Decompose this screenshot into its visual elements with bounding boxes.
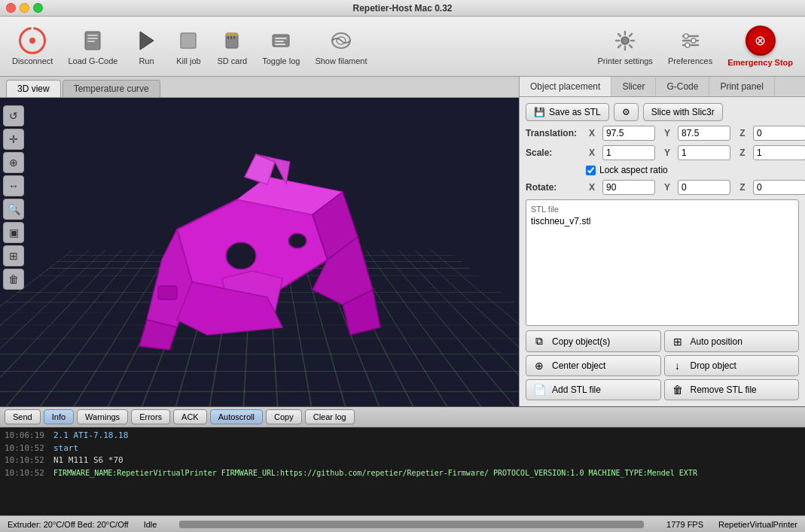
fps-status: 1779 FPS bbox=[666, 520, 703, 529]
disconnect-icon bbox=[19, 27, 46, 54]
svg-point-17 bbox=[621, 37, 629, 44]
svg-rect-12 bbox=[275, 38, 287, 39]
tab-gcode[interactable]: G-Code bbox=[656, 77, 709, 96]
emergency-stop-label: Emergency Stop bbox=[727, 58, 793, 67]
rotate-label: Rotate: bbox=[526, 182, 580, 193]
translation-y-input[interactable] bbox=[678, 126, 730, 141]
center-object-button[interactable]: ⊕ Center object bbox=[526, 355, 661, 376]
printer-settings-button[interactable]: Printer settings bbox=[592, 24, 659, 68]
auto-position-button[interactable]: ⊞ Auto position bbox=[664, 330, 800, 352]
viewport-canvas[interactable] bbox=[0, 98, 519, 406]
progress-bar bbox=[179, 521, 644, 528]
log-toolbar: Send Info Warnings Errors ACK Autoscroll… bbox=[0, 407, 805, 427]
zoom-in-button[interactable]: 🔍 bbox=[3, 199, 24, 220]
scale-z-input[interactable] bbox=[753, 145, 805, 160]
status-bar: Extruder: 20°C/Off Bed: 20°C/Off Idle 17… bbox=[0, 515, 805, 532]
rotate-y-input[interactable] bbox=[678, 180, 730, 195]
maximize-button[interactable] bbox=[33, 3, 43, 13]
sz-label: Z bbox=[735, 147, 750, 158]
move-tool-button[interactable]: ✛ bbox=[3, 129, 24, 150]
stl-file-name: tischneu_v7.stl bbox=[531, 216, 794, 226]
main-content: 3D view Temperature curve ↺ ✛ ⊕ ↔ 🔍 ▣ ⊞ … bbox=[0, 77, 805, 406]
tab-temp-curve[interactable]: Temperature curve bbox=[63, 80, 160, 97]
clear-log-button[interactable]: Clear log bbox=[305, 409, 355, 424]
remove-stl-button[interactable]: 🗑 Remove STL file bbox=[664, 379, 800, 400]
scale-y-input[interactable] bbox=[678, 145, 730, 160]
frame-button[interactable]: ▣ bbox=[3, 222, 24, 243]
log-time-4: 10:10:52 bbox=[5, 467, 46, 480]
rotate-x-group: X bbox=[584, 180, 655, 195]
stl-file-label: STL file bbox=[531, 205, 794, 214]
load-gcode-button[interactable]: Load G-Code bbox=[62, 24, 123, 68]
printer-settings-label: Printer settings bbox=[598, 56, 653, 65]
rotate-row: Rotate: X Y Z bbox=[526, 180, 799, 195]
log-time-2: 10:10:52 bbox=[5, 442, 46, 455]
emergency-stop-button[interactable]: ⊗ Emergency Stop bbox=[721, 23, 799, 70]
action-grid: ⧉ Copy object(s) ⊞ Auto position ⊕ Cente… bbox=[526, 330, 799, 400]
toggle-log-button[interactable]: Toggle log bbox=[256, 24, 306, 68]
emergency-stop-icon: ⊗ bbox=[746, 26, 776, 56]
rotate-tool-button[interactable]: ↔ bbox=[3, 175, 24, 196]
svg-rect-1 bbox=[87, 35, 98, 36]
scale-x-input[interactable] bbox=[602, 145, 655, 160]
tab-print-panel[interactable]: Print panel bbox=[709, 77, 774, 96]
pan-tool-button[interactable]: ⊕ bbox=[3, 152, 24, 173]
drop-object-button[interactable]: ↓ Drop object bbox=[664, 355, 800, 376]
save-icon: 💾 bbox=[534, 107, 545, 117]
add-stl-button[interactable]: 📄 Add STL file bbox=[526, 379, 661, 400]
svg-rect-14 bbox=[275, 44, 285, 45]
warnings-button[interactable]: Warnings bbox=[77, 409, 128, 424]
refresh-view-button[interactable]: ↺ bbox=[3, 105, 24, 126]
copy-log-button[interactable]: Copy bbox=[266, 409, 302, 424]
copy-objects-icon: ⧉ bbox=[532, 335, 546, 348]
window-controls[interactable] bbox=[6, 3, 43, 13]
viewport: ↺ ✛ ⊕ ↔ 🔍 ▣ ⊞ 🗑 bbox=[0, 98, 519, 406]
log-msg-2: start bbox=[53, 442, 78, 455]
tab-slicer[interactable]: Slicer bbox=[611, 77, 656, 96]
kill-job-button[interactable]: Kill job bbox=[169, 24, 208, 68]
settings-icon: ⚙ bbox=[622, 107, 630, 117]
save-stl-button[interactable]: 💾 Save as STL bbox=[526, 103, 609, 121]
run-button[interactable]: Run bbox=[127, 24, 166, 68]
ack-button[interactable]: ACK bbox=[173, 409, 207, 424]
preferences-label: Preferences bbox=[668, 56, 712, 65]
scale-row: Scale: X Y Z bbox=[526, 145, 799, 160]
viewport-toolbar: ↺ ✛ ⊕ ↔ 🔍 ▣ ⊞ 🗑 bbox=[3, 105, 24, 290]
svg-rect-13 bbox=[275, 41, 284, 42]
show-filament-button[interactable]: Show filament bbox=[309, 24, 373, 68]
copy-objects-button[interactable]: ⧉ Copy object(s) bbox=[526, 330, 661, 352]
sd-card-button[interactable]: SD card bbox=[211, 24, 253, 68]
svg-rect-10 bbox=[226, 33, 238, 36]
autoscroll-button[interactable]: Autoscroll bbox=[210, 409, 263, 424]
rx-label: X bbox=[584, 182, 599, 193]
log-msg-4: FIRMWARE_NAME:RepetierVirtualPrinter FIR… bbox=[53, 467, 697, 480]
scale-z-group: Z bbox=[735, 145, 805, 160]
tab-object-placement[interactable]: Object placement bbox=[520, 77, 611, 96]
view-tabs: 3D view Temperature curve bbox=[0, 77, 519, 98]
rotate-x-input[interactable] bbox=[602, 180, 655, 195]
info-button[interactable]: Info bbox=[44, 409, 74, 424]
delete-button[interactable]: 🗑 bbox=[3, 269, 24, 290]
auto-position-icon: ⊞ bbox=[671, 336, 685, 348]
translation-x-input[interactable] bbox=[602, 126, 655, 141]
disconnect-button[interactable]: Disconnect bbox=[6, 24, 59, 68]
placement-panel: 💾 Save as STL ⚙ Slice with Slic3r Transl… bbox=[520, 97, 805, 406]
settings-button[interactable]: ⚙ bbox=[614, 103, 639, 121]
scale-label: Scale: bbox=[526, 147, 580, 158]
rotate-z-input[interactable] bbox=[753, 180, 805, 195]
send-button[interactable]: Send bbox=[5, 409, 41, 424]
lock-aspect-checkbox[interactable] bbox=[586, 166, 596, 175]
log-msg-3: N1 M111 S6 *70 bbox=[53, 454, 123, 467]
slice-button[interactable]: Slice with Slic3r bbox=[643, 103, 723, 121]
preferences-icon bbox=[677, 27, 704, 54]
toggle-log-icon bbox=[267, 27, 294, 54]
errors-button[interactable]: Errors bbox=[131, 409, 170, 424]
grid-button[interactable]: ⊞ bbox=[3, 245, 24, 266]
translation-z-input[interactable] bbox=[753, 126, 805, 141]
close-button[interactable] bbox=[6, 3, 16, 13]
tab-3d-view[interactable]: 3D view bbox=[6, 80, 61, 97]
minimize-button[interactable] bbox=[20, 3, 29, 13]
preferences-button[interactable]: Preferences bbox=[662, 24, 718, 68]
stl-file-box: STL file tischneu_v7.stl bbox=[526, 199, 799, 326]
sd-card-label: SD card bbox=[217, 56, 247, 65]
